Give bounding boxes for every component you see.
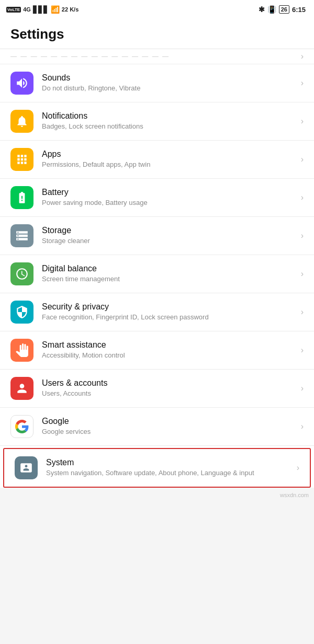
google-chevron: ›: [301, 422, 304, 431]
digital-balance-chevron: ›: [301, 269, 304, 279]
notifications-chevron: ›: [301, 117, 304, 126]
clipped-chevron: ›: [301, 52, 304, 61]
google-subtitle: Google services: [42, 427, 297, 436]
apps-icon: [15, 153, 29, 166]
smart-assistance-title: Smart assistance: [42, 340, 297, 350]
google-icon-bg: [10, 415, 33, 438]
sounds-icon-bg: [10, 72, 33, 95]
security-icon: [15, 305, 29, 319]
system-text: System System navigation, Software updat…: [46, 458, 293, 478]
battery-level: 26: [279, 5, 289, 14]
smart-assistance-subtitle: Accessibility, Motion control: [42, 351, 297, 360]
system-title: System: [46, 458, 293, 467]
users-accounts-chevron: ›: [301, 384, 304, 393]
network-speed: 22 K/s: [62, 6, 78, 13]
google-title: Google: [42, 417, 297, 426]
smart-assistance-icon-bg: [10, 339, 33, 362]
watermark: wsxdn.com: [0, 490, 314, 500]
sounds-title: Sounds: [42, 73, 297, 83]
sounds-icon: [15, 76, 29, 90]
settings-item-system[interactable]: System System navigation, Software updat…: [3, 448, 311, 488]
sounds-chevron: ›: [301, 78, 304, 88]
battery-chevron: ›: [301, 193, 304, 202]
page-title: Settings: [10, 26, 304, 42]
status-bar: VoLTE 4G ▋▋▋ 📶 22 K/s ✱ 📳 26 6:15: [0, 0, 314, 19]
google-icon: [15, 420, 29, 433]
apps-chevron: ›: [301, 155, 304, 164]
system-icon: [19, 461, 33, 475]
battery-icon: [15, 191, 29, 204]
status-left: VoLTE 4G ▋▋▋ 📶 22 K/s: [6, 5, 78, 14]
signal-bars: ▋▋▋: [33, 6, 49, 14]
smart-assistance-icon: [15, 343, 29, 357]
security-subtitle: Face recognition, Fingerprint ID, Lock s…: [42, 313, 297, 322]
notifications-subtitle: Badges, Lock screen notifications: [42, 122, 297, 131]
users-accounts-subtitle: Users, Accounts: [42, 389, 297, 398]
settings-list: Sounds Do not disturb, Ringtone, Vibrate…: [0, 64, 314, 488]
notifications-icon: [15, 114, 29, 128]
users-accounts-text: Users & accounts Users, Accounts: [42, 378, 297, 398]
battery-subtitle: Power saving mode, Battery usage: [42, 198, 297, 208]
storage-text: Storage Storage cleaner: [42, 226, 297, 246]
users-accounts-title: Users & accounts: [42, 378, 297, 388]
storage-title: Storage: [42, 226, 297, 235]
smart-assistance-chevron: ›: [301, 346, 304, 355]
battery-indicator: 26: [279, 5, 289, 14]
digital-balance-icon-bg: [10, 262, 33, 285]
page-header: Settings: [0, 19, 314, 49]
settings-item-digital-balance[interactable]: Digital balance Screen time management ›: [0, 255, 314, 293]
settings-item-storage[interactable]: Storage Storage cleaner ›: [0, 217, 314, 255]
bluetooth-icon: ✱: [259, 5, 265, 14]
security-chevron: ›: [301, 307, 304, 317]
settings-item-apps[interactable]: Apps Permissions, Default apps, App twin…: [0, 141, 314, 179]
storage-icon-bg: [10, 224, 33, 247]
apps-text: Apps Permissions, Default apps, App twin: [42, 150, 297, 169]
users-icon-bg: [10, 377, 33, 400]
settings-item-smart-assistance[interactable]: Smart assistance Accessibility, Motion c…: [0, 331, 314, 370]
apps-icon-bg: [10, 148, 33, 171]
vibrate-icon: 📳: [267, 5, 276, 14]
storage-icon: [15, 229, 29, 243]
settings-item-notifications[interactable]: Notifications Badges, Lock screen notifi…: [0, 102, 314, 141]
sounds-text: Sounds Do not disturb, Ringtone, Vibrate: [42, 73, 297, 93]
wifi-icon: 📶: [51, 5, 60, 14]
volte-badge: VoLTE: [6, 7, 21, 13]
security-icon-bg: [10, 301, 33, 324]
apps-title: Apps: [42, 150, 297, 159]
status-right: ✱ 📳 26 6:15: [259, 5, 306, 14]
settings-item-battery[interactable]: Battery Power saving mode, Battery usage…: [0, 179, 314, 217]
apps-subtitle: Permissions, Default apps, App twin: [42, 160, 297, 169]
notifications-icon-bg: [10, 110, 33, 133]
clipped-text: — — — — — — — — — — — — — — — —: [10, 53, 170, 60]
notifications-title: Notifications: [42, 111, 297, 121]
system-icon-bg: [15, 456, 38, 479]
security-title: Security & privacy: [42, 302, 297, 312]
digital-balance-subtitle: Screen time management: [42, 274, 297, 284]
battery-text: Battery Power saving mode, Battery usage: [42, 188, 297, 208]
storage-subtitle: Storage cleaner: [42, 236, 297, 246]
storage-chevron: ›: [301, 231, 304, 240]
users-icon: [15, 382, 29, 395]
system-subtitle: System navigation, Software update, Abou…: [46, 468, 293, 478]
battery-title: Battery: [42, 188, 297, 197]
system-chevron: ›: [297, 463, 299, 473]
digital-balance-icon: [15, 267, 29, 281]
settings-item-google[interactable]: Google Google services ›: [0, 408, 314, 446]
security-text: Security & privacy Face recognition, Fin…: [42, 302, 297, 322]
digital-balance-title: Digital balance: [42, 264, 297, 273]
battery-icon-bg: [10, 186, 33, 209]
digital-balance-text: Digital balance Screen time management: [42, 264, 297, 284]
settings-item-security[interactable]: Security & privacy Face recognition, Fin…: [0, 293, 314, 331]
notifications-text: Notifications Badges, Lock screen notifi…: [42, 111, 297, 131]
signal-4g: 4G: [23, 6, 31, 13]
smart-assistance-text: Smart assistance Accessibility, Motion c…: [42, 340, 297, 360]
settings-item-users-accounts[interactable]: Users & accounts Users, Accounts ›: [0, 370, 314, 408]
sounds-subtitle: Do not disturb, Ringtone, Vibrate: [42, 84, 297, 93]
google-text: Google Google services: [42, 417, 297, 436]
time: 6:15: [292, 6, 306, 14]
clipped-item: — — — — — — — — — — — — — — — — ›: [0, 49, 314, 64]
settings-item-sounds[interactable]: Sounds Do not disturb, Ringtone, Vibrate…: [0, 64, 314, 102]
